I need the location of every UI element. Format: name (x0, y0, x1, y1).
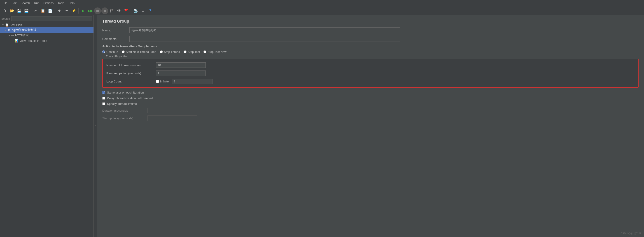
infinite-checkbox-label[interactable]: Infinite (156, 80, 170, 83)
expand-arrow-test-plan: ▼ (2, 24, 4, 26)
name-input[interactable] (130, 27, 400, 33)
specify-lifetime-row: Specify Thread lifetime (102, 102, 638, 106)
search-label: Search (1, 17, 10, 20)
same-user-row: Same user on each iteration (102, 91, 638, 94)
remove-button[interactable]: − (63, 8, 70, 14)
radio-stop-test-now-label: Stop Test Now (208, 50, 226, 54)
shutdown-button[interactable]: 🏴 (108, 8, 116, 14)
radio-stop-thread[interactable]: Stop Thread (160, 50, 180, 54)
nginx-group-icon: ⚙ (8, 28, 10, 32)
radio-start-next-input[interactable] (122, 50, 125, 53)
num-threads-row: Number of Threads (users): (106, 62, 634, 68)
thread-properties-label: Thread Properties (104, 55, 129, 58)
specify-lifetime-label: Specify Thread lifetime (107, 102, 137, 106)
new-button[interactable]: 🗋 (1, 8, 8, 14)
cut-button[interactable]: ✂ (32, 8, 39, 14)
http-request-icon: ✏ (11, 34, 14, 37)
remote-button[interactable]: 📡 (132, 8, 139, 14)
loop-count-input[interactable] (172, 79, 212, 84)
duration-input[interactable] (148, 108, 197, 113)
num-threads-input[interactable] (156, 62, 206, 68)
delay-thread-checkbox[interactable] (102, 97, 105, 100)
comments-row: Comments: (102, 36, 638, 42)
infinite-label: Infinite (160, 80, 169, 83)
separator-1 (31, 8, 31, 14)
add-button[interactable]: + (56, 8, 63, 14)
clear-button[interactable]: ⚡ (70, 8, 77, 14)
same-user-label: Same user on each iteration (107, 91, 144, 94)
radio-start-next[interactable]: Start Next Thread Loop (122, 50, 156, 54)
menu-tools[interactable]: Tools (56, 1, 66, 5)
sidebar-resize-handle[interactable]: ⋮ (94, 15, 97, 237)
radio-continue-input[interactable] (102, 50, 105, 53)
startup-delay-label: Startup delay (seconds): (102, 117, 148, 120)
tree-item-nginx-label: nginx并发限制测试 (12, 28, 36, 32)
infinite-checkbox[interactable] (156, 80, 159, 83)
ramp-up-input[interactable] (156, 71, 206, 76)
action-section-header: Action to be taken after a Sampler error (102, 45, 638, 48)
list-button[interactable]: ≡ (140, 8, 146, 14)
menu-options[interactable]: Options (42, 1, 55, 5)
tree-item-test-plan[interactable]: ▼ 📋 Test Plan (0, 22, 94, 27)
stop-now-button[interactable]: ⏹ (102, 8, 108, 14)
flag-button[interactable]: 🚩 (123, 8, 130, 14)
run-button[interactable]: ▶ (80, 8, 86, 14)
thread-properties-box: Number of Threads (users): Ramp-up perio… (102, 59, 638, 88)
menu-bar: File Edit Search Run Options Tools Help (0, 0, 644, 6)
run-no-pause-button[interactable]: ▶▶ (87, 8, 94, 14)
same-user-checkbox[interactable] (102, 91, 105, 94)
sidebar-search-bar: Search (0, 15, 94, 22)
stop-button[interactable]: ⏹ (94, 8, 101, 14)
radio-continue-label: Continue (106, 50, 118, 54)
menu-search[interactable]: Search (19, 1, 32, 5)
toolbar: 🗋 📂 💾 💾 ✂ 📋 📄 + − ⚡ ▶ ▶▶ ⏹ ⏹ 🏴 👁 🚩 📡 ≡ ? (0, 6, 644, 15)
duration-row: Duration (seconds): (102, 108, 638, 113)
delay-thread-label: Delay Thread creation until needed (107, 96, 153, 100)
content-area: Thread Group Name: Comments: Action to b… (97, 15, 644, 237)
watermark: CSDN @炎叔0229 (620, 232, 641, 235)
view-results-icon: 📊 (14, 39, 18, 43)
help-icon-button[interactable]: ? (147, 8, 154, 14)
radio-stop-thread-input[interactable] (160, 50, 163, 53)
radio-stop-test-now[interactable]: Stop Test Now (204, 50, 226, 54)
loop-count-label: Loop Count: (106, 80, 156, 83)
menu-help[interactable]: Help (67, 1, 76, 5)
radio-start-next-label: Start Next Thread Loop (126, 50, 156, 54)
num-threads-label: Number of Threads (users): (106, 64, 156, 67)
tree-item-http-label: HTTP请求 (15, 34, 29, 38)
tree-item-http-request[interactable]: ▼ ✏ HTTP请求 (0, 33, 94, 38)
comments-input[interactable] (130, 36, 400, 42)
startup-delay-row: Startup delay (seconds): (102, 115, 638, 121)
expand-arrow-results: ▶ (12, 40, 14, 42)
monitor-button[interactable]: 👁 (116, 8, 122, 14)
menu-edit[interactable]: Edit (10, 1, 18, 5)
tree-item-test-plan-label: Test Plan (10, 23, 22, 27)
name-row: Name: (102, 27, 638, 33)
tree-item-view-results[interactable]: ▶ 📊 View Results in Table (0, 38, 94, 43)
specify-lifetime-checkbox[interactable] (102, 102, 105, 105)
radio-stop-test[interactable]: Stop Test (184, 50, 200, 54)
save-template-button[interactable]: 💾 (16, 8, 22, 14)
paste-button[interactable]: 📄 (47, 8, 54, 14)
radio-stop-test-input[interactable] (184, 50, 186, 53)
test-plan-icon: 📋 (5, 23, 9, 27)
comments-label: Comments: (102, 37, 130, 41)
tree-item-nginx-group[interactable]: ▼ ⚙ nginx并发限制测试 (0, 27, 94, 33)
loop-count-row: Loop Count: Infinite (106, 79, 634, 84)
radio-stop-thread-label: Stop Thread (164, 50, 180, 54)
copy-button[interactable]: 📋 (40, 8, 46, 14)
separator-3 (78, 8, 78, 14)
action-radio-group: Continue Start Next Thread Loop Stop Thr… (102, 50, 638, 54)
radio-stop-test-now-input[interactable] (204, 50, 206, 53)
menu-run[interactable]: Run (32, 1, 41, 5)
save-button[interactable]: 💾 (23, 8, 30, 14)
sidebar: Search ▼ 📋 Test Plan ▼ ⚙ nginx并发限制测试 ▼ ✏… (0, 15, 94, 237)
expand-arrow-http: ▼ (8, 34, 10, 37)
menu-file[interactable]: File (1, 1, 9, 5)
open-button[interactable]: 📂 (8, 8, 15, 14)
search-input[interactable] (11, 16, 92, 21)
main-layout: Search ▼ 📋 Test Plan ▼ ⚙ nginx并发限制测试 ▼ ✏… (0, 15, 644, 237)
radio-continue[interactable]: Continue (102, 50, 118, 54)
name-label: Name: (102, 29, 130, 32)
startup-delay-input[interactable] (148, 115, 197, 121)
